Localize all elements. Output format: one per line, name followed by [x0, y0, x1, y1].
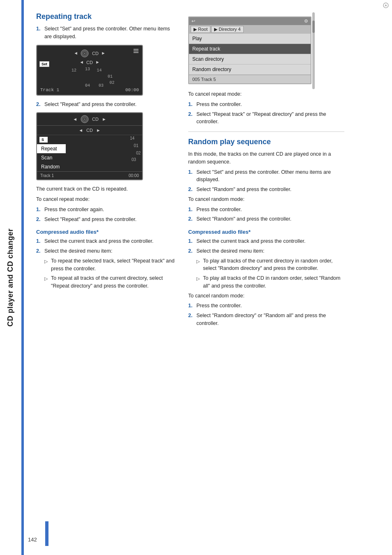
page-number-bar [45, 521, 48, 546]
right-sub-step-1: 1. Select the current track and press th… [188, 237, 344, 245]
screen1-track-area: 12 13 14 01 02 03 04 [44, 66, 135, 87]
main-content: Repeating track 1. Select "Set" and pres… [28, 0, 392, 342]
right-bullet-2: ▷ To play all tracks of the CD in random… [196, 274, 344, 290]
right-step-1: 1. Select "Set" and press the controller… [188, 168, 344, 184]
left-column: Repeating track 1. Select "Set" and pres… [36, 12, 176, 329]
left-bullet-list: ▷ To repeat the selected track, select "… [36, 257, 176, 290]
svg-rect-4 [134, 51, 138, 51]
screen1-menu-icon [133, 48, 139, 54]
right-cancel-note-1: 1. Press the controller. [188, 101, 344, 108]
left-steps-list: 1. Select "Set" and press the controller… [36, 25, 176, 41]
svg-rect-3 [134, 49, 138, 50]
left-bullet-1: ▷ To repeat the selected track, select "… [44, 257, 176, 273]
cd-screen-2: ◄ CD ► [36, 112, 143, 180]
right-cancel-header: To cancel random mode: [188, 196, 344, 203]
rscreen-random-dir[interactable]: Random directory [189, 64, 311, 75]
repeat-menu-item[interactable]: Repeat [37, 144, 66, 153]
right-cancel-note-2: 2. Select "Repeat track" or "Repeat dire… [188, 111, 344, 126]
cancel-repeat-list: 1. Press the controller again. 2. Select… [36, 206, 176, 223]
left-step-2: 2. Select "Repeat" and press the control… [36, 101, 176, 108]
right-cancel2-1: 1. Press the controller. [188, 302, 344, 310]
rscreen-scrollbar[interactable] [312, 12, 315, 89]
breadcrumb-root: ▶ Root [191, 26, 210, 33]
random-menu-item[interactable]: Random [37, 162, 66, 171]
svg-rect-5 [134, 52, 138, 53]
rscreen-scrollthumb [312, 21, 315, 33]
right-sub-step-2: 2. Select the desired menu item: [188, 247, 344, 255]
rscreen-repeat-track[interactable]: Repeat track [189, 44, 311, 54]
right-cancel-note-list: 1. Press the controller. 2. Select "Repe… [188, 101, 344, 126]
right-cancel2-2: 2. Select "Random directory" or "Random … [188, 312, 344, 327]
cancel-repeat-2: 2. Select "Repeat" and press the control… [36, 216, 176, 223]
breadcrumb-dir4: ▶ Directory 4 [211, 26, 243, 33]
random-intro: In this mode, the tracks on the current … [188, 150, 344, 166]
right-cancel-1: 1. Press the controller. [188, 206, 344, 214]
screen2-cd-row: ◄ CD ► [37, 126, 142, 135]
left-step2-list: 2. Select "Repeat" and press the control… [36, 101, 176, 108]
rscreen-breadcrumb: ▶ Root ▶ Directory 4 [189, 25, 311, 34]
right-bullet-list: ▷ To play all tracks of the current dire… [188, 257, 344, 290]
right-column: ↩ ⚙ ▶ Root ▶ Directory 4 Play Repeat tra… [188, 12, 344, 329]
screen2-menu-area: S Repeat Scan Random 14 01 02 03 [37, 135, 142, 171]
sidebar-label: CD player and CD changer [0, 0, 21, 555]
left-sub-steps: 1. Select the current track and press th… [36, 237, 176, 255]
right-cd-screen: ↩ ⚙ ▶ Root ▶ Directory 4 Play Repeat tra… [188, 16, 311, 84]
screen2-header: ◄ CD ► [37, 113, 142, 126]
page-number: 142 [28, 537, 37, 543]
right-step-2: 2. Select "Random" and press the control… [188, 186, 344, 193]
left-section-title: Repeating track [36, 12, 176, 21]
right-cancel-note-header: To cancel repeat mode: [188, 90, 344, 98]
right-bullet-1: ▷ To play all tracks of the current dire… [196, 257, 344, 273]
right-sub-steps: 1. Select the current track and press th… [188, 237, 344, 255]
cancel-repeat-header: To cancel repeat mode: [36, 196, 176, 203]
svg-point-8 [84, 119, 85, 120]
cd-screen-1: ◄ CD ► [36, 45, 143, 96]
rscreen-footer: 005 Track 5 [189, 75, 311, 83]
rscreen-topbar: ↩ ⚙ [189, 17, 311, 25]
screen2-left-panel: S Repeat Scan Random [37, 135, 66, 171]
right-cancel2-header: To cancel random mode: [188, 292, 344, 300]
right-cancel-list: 1. Press the controller. 2. Select "Rand… [188, 206, 344, 223]
disc-icon-1 [81, 49, 89, 58]
settings-icon: ⚙ [304, 18, 308, 24]
left-step-1: 1. Select "Set" and press the controller… [36, 25, 176, 41]
right-sub-title: Compressed audio files* [188, 229, 344, 235]
screen2-track-area: 14 01 02 03 [66, 135, 142, 168]
screen2-footer: Track 1 00:00 [37, 171, 142, 180]
left-bullet-2: ▷ To repeat all tracks of the current di… [44, 274, 176, 290]
scan-menu-item[interactable]: Scan [37, 153, 66, 162]
repeat-note: The current track on the CD is repeated. [36, 185, 176, 193]
screen1-top-row: ◄ CD ► [40, 48, 139, 59]
right-steps: 1. Select "Set" and press the controller… [188, 168, 344, 193]
two-column-layout: Repeating track 1. Select "Set" and pres… [36, 12, 380, 329]
blue-accent-bar [21, 0, 24, 555]
right-screen-wrapper: ↩ ⚙ ▶ Root ▶ Directory 4 Play Repeat tra… [188, 12, 311, 89]
rscreen-scan-dir[interactable]: Scan directory [189, 54, 311, 64]
left-sub-title: Compressed audio files* [36, 229, 176, 235]
left-sub-step-2: 2. Select the desired menu item: [36, 247, 176, 255]
disc-icon-2 [81, 115, 89, 123]
s-label: S [39, 137, 48, 143]
back-icon: ↩ [191, 18, 195, 24]
rscreen-play[interactable]: Play [189, 34, 311, 44]
divider [188, 131, 344, 132]
right-cancel2-list: 1. Press the controller. 2. Select "Rand… [188, 302, 344, 327]
screen1-second-row: ◄ CD ► [40, 59, 139, 66]
cancel-repeat-1: 1. Press the controller again. [36, 206, 176, 214]
right-section-title: Random play sequence [188, 138, 344, 146]
screen1-bottom: Track 1 00:00 [40, 88, 139, 92]
right-cancel-2: 2. Select "Random" and press the control… [188, 215, 344, 223]
svg-point-2 [84, 53, 85, 54]
left-sub-step-1: 1. Select the current track and press th… [36, 237, 176, 245]
